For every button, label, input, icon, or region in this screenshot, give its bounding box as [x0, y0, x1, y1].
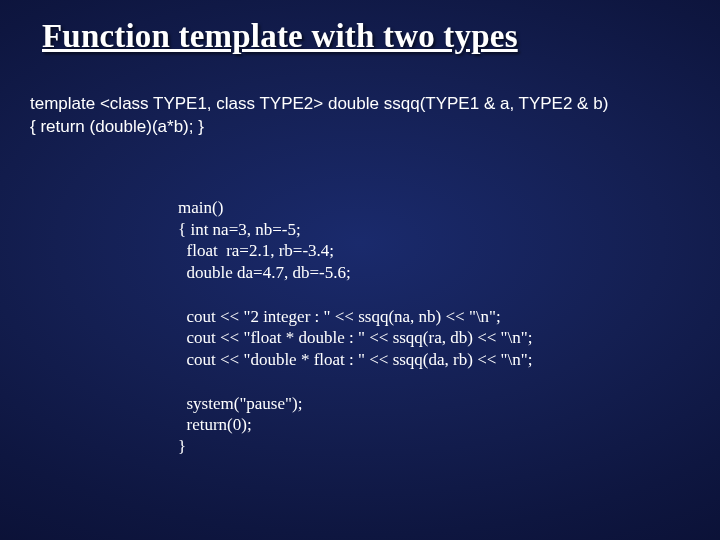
- main-code-block: main() { int na=3, nb=-5; float ra=2.1, …: [178, 197, 692, 458]
- decl-line-2: { return (double)(a*b); }: [30, 116, 692, 139]
- decl-line-1: template <class TYPE1, class TYPE2> doub…: [30, 93, 692, 116]
- slide-title: Function template with two types: [42, 18, 692, 55]
- template-declaration: template <class TYPE1, class TYPE2> doub…: [30, 93, 692, 139]
